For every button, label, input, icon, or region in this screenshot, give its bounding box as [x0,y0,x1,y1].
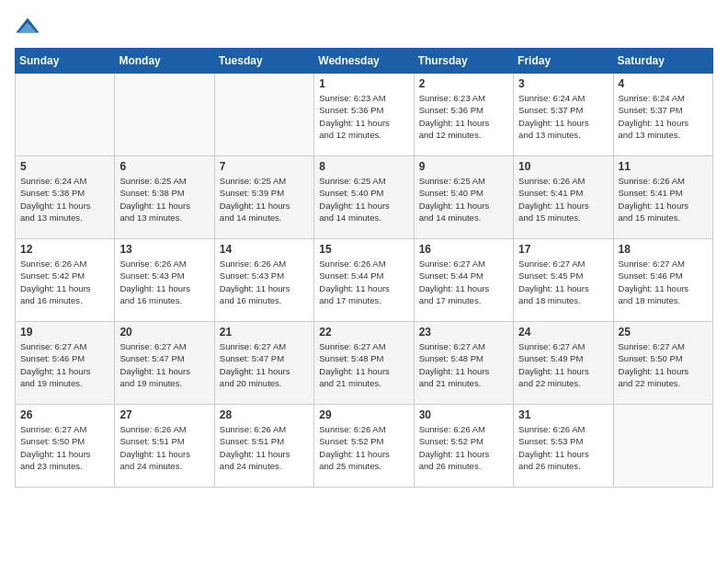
day-info: Sunrise: 6:27 AM Sunset: 5:48 PM Dayligh… [319,340,408,389]
calendar-cell: 9Sunrise: 6:25 AM Sunset: 5:40 PM Daylig… [414,156,513,239]
weekday-header: Friday [514,49,613,74]
calendar-cell: 12Sunrise: 6:26 AM Sunset: 5:42 PM Dayli… [16,239,115,322]
calendar-week-row: 5Sunrise: 6:24 AM Sunset: 5:38 PM Daylig… [16,156,713,239]
calendar-cell: 31Sunrise: 6:26 AM Sunset: 5:53 PM Dayli… [514,405,613,488]
day-info: Sunrise: 6:27 AM Sunset: 5:47 PM Dayligh… [220,340,309,389]
day-info: Sunrise: 6:26 AM Sunset: 5:41 PM Dayligh… [619,175,708,224]
calendar-cell: 23Sunrise: 6:27 AM Sunset: 5:48 PM Dayli… [414,322,513,405]
day-info: Sunrise: 6:27 AM Sunset: 5:44 PM Dayligh… [419,258,508,306]
weekday-header: Tuesday [214,49,313,74]
day-number: 22 [319,326,408,339]
day-info: Sunrise: 6:27 AM Sunset: 5:46 PM Dayligh… [20,340,109,389]
calendar-cell: 10Sunrise: 6:26 AM Sunset: 5:41 PM Dayli… [514,156,613,239]
day-info: Sunrise: 6:23 AM Sunset: 5:36 PM Dayligh… [319,92,408,141]
day-number: 3 [518,77,608,90]
day-number: 28 [220,408,309,421]
calendar-cell: 6Sunrise: 6:25 AM Sunset: 5:38 PM Daylig… [115,156,214,239]
calendar-cell: 4Sunrise: 6:24 AM Sunset: 5:37 PM Daylig… [613,74,712,156]
day-info: Sunrise: 6:26 AM Sunset: 5:44 PM Dayligh… [319,258,408,306]
day-number: 6 [119,160,209,173]
weekday-header: Sunday [16,49,115,74]
day-info: Sunrise: 6:27 AM Sunset: 5:50 PM Dayligh… [619,340,708,389]
calendar-cell: 25Sunrise: 6:27 AM Sunset: 5:50 PM Dayli… [613,322,712,405]
calendar-cell [214,74,313,156]
day-info: Sunrise: 6:27 AM Sunset: 5:47 PM Dayligh… [119,340,209,389]
day-info: Sunrise: 6:25 AM Sunset: 5:40 PM Dayligh… [319,175,408,224]
logo-icon [15,15,40,40]
calendar-cell [613,405,712,488]
day-info: Sunrise: 6:24 AM Sunset: 5:37 PM Dayligh… [619,92,708,141]
day-number: 8 [319,160,408,173]
day-number: 19 [20,326,109,339]
day-number: 15 [319,243,408,256]
calendar-cell: 19Sunrise: 6:27 AM Sunset: 5:46 PM Dayli… [16,322,115,405]
day-number: 20 [119,326,209,339]
calendar-cell: 15Sunrise: 6:26 AM Sunset: 5:44 PM Dayli… [314,239,414,322]
day-info: Sunrise: 6:26 AM Sunset: 5:51 PM Dayligh… [119,423,209,472]
day-info: Sunrise: 6:26 AM Sunset: 5:52 PM Dayligh… [319,423,408,472]
weekday-header: Thursday [414,49,513,74]
day-info: Sunrise: 6:26 AM Sunset: 5:53 PM Dayligh… [518,423,608,472]
day-number: 23 [419,326,508,339]
day-number: 29 [319,408,408,421]
calendar-week-row: 26Sunrise: 6:27 AM Sunset: 5:50 PM Dayli… [16,405,713,488]
calendar-cell [115,74,214,156]
calendar-cell: 30Sunrise: 6:26 AM Sunset: 5:52 PM Dayli… [414,405,513,488]
calendar-cell: 17Sunrise: 6:27 AM Sunset: 5:45 PM Dayli… [514,239,613,322]
day-number: 30 [419,408,508,421]
day-number: 21 [220,326,309,339]
day-info: Sunrise: 6:26 AM Sunset: 5:51 PM Dayligh… [220,423,309,472]
calendar-cell: 28Sunrise: 6:26 AM Sunset: 5:51 PM Dayli… [214,405,313,488]
calendar-cell: 16Sunrise: 6:27 AM Sunset: 5:44 PM Dayli… [414,239,513,322]
day-info: Sunrise: 6:26 AM Sunset: 5:43 PM Dayligh… [220,258,309,306]
day-number: 5 [20,160,109,173]
day-info: Sunrise: 6:25 AM Sunset: 5:40 PM Dayligh… [419,175,508,224]
calendar-cell: 24Sunrise: 6:27 AM Sunset: 5:49 PM Dayli… [514,322,613,405]
page-header [15,15,713,40]
weekday-header: Wednesday [314,49,414,74]
calendar-cell: 5Sunrise: 6:24 AM Sunset: 5:38 PM Daylig… [16,156,115,239]
calendar-cell: 8Sunrise: 6:25 AM Sunset: 5:40 PM Daylig… [314,156,414,239]
day-number: 13 [119,243,209,256]
day-info: Sunrise: 6:27 AM Sunset: 5:46 PM Dayligh… [619,258,708,306]
day-number: 9 [419,160,508,173]
weekday-header-row: SundayMondayTuesdayWednesdayThursdayFrid… [16,49,713,74]
calendar-cell: 22Sunrise: 6:27 AM Sunset: 5:48 PM Dayli… [314,322,414,405]
day-number: 1 [319,77,408,90]
calendar-week-row: 19Sunrise: 6:27 AM Sunset: 5:46 PM Dayli… [16,322,713,405]
calendar-cell: 27Sunrise: 6:26 AM Sunset: 5:51 PM Dayli… [115,405,214,488]
day-number: 11 [619,160,708,173]
day-number: 24 [518,326,608,339]
calendar-cell: 11Sunrise: 6:26 AM Sunset: 5:41 PM Dayli… [613,156,712,239]
calendar-cell: 18Sunrise: 6:27 AM Sunset: 5:46 PM Dayli… [613,239,712,322]
day-info: Sunrise: 6:26 AM Sunset: 5:43 PM Dayligh… [119,258,209,306]
calendar-cell [16,74,115,156]
calendar-cell: 26Sunrise: 6:27 AM Sunset: 5:50 PM Dayli… [16,405,115,488]
day-number: 16 [419,243,508,256]
calendar-cell: 2Sunrise: 6:23 AM Sunset: 5:36 PM Daylig… [414,74,513,156]
day-number: 4 [619,77,708,90]
calendar-cell: 1Sunrise: 6:23 AM Sunset: 5:36 PM Daylig… [314,74,414,156]
day-info: Sunrise: 6:27 AM Sunset: 5:48 PM Dayligh… [419,340,508,389]
day-number: 18 [619,243,708,256]
day-number: 31 [518,408,608,421]
day-info: Sunrise: 6:23 AM Sunset: 5:36 PM Dayligh… [419,92,508,141]
day-info: Sunrise: 6:26 AM Sunset: 5:42 PM Dayligh… [20,258,109,306]
day-info: Sunrise: 6:25 AM Sunset: 5:39 PM Dayligh… [220,175,309,224]
day-number: 25 [619,326,708,339]
calendar-week-row: 12Sunrise: 6:26 AM Sunset: 5:42 PM Dayli… [16,239,713,322]
calendar-cell: 21Sunrise: 6:27 AM Sunset: 5:47 PM Dayli… [214,322,313,405]
calendar-table: SundayMondayTuesdayWednesdayThursdayFrid… [15,48,713,488]
calendar-cell: 13Sunrise: 6:26 AM Sunset: 5:43 PM Dayli… [115,239,214,322]
calendar-week-row: 1Sunrise: 6:23 AM Sunset: 5:36 PM Daylig… [16,74,713,156]
day-number: 26 [20,408,109,421]
weekday-header: Saturday [613,49,712,74]
calendar-cell: 20Sunrise: 6:27 AM Sunset: 5:47 PM Dayli… [115,322,214,405]
day-info: Sunrise: 6:26 AM Sunset: 5:52 PM Dayligh… [419,423,508,472]
day-info: Sunrise: 6:27 AM Sunset: 5:45 PM Dayligh… [518,258,608,306]
day-info: Sunrise: 6:27 AM Sunset: 5:49 PM Dayligh… [518,340,608,389]
day-info: Sunrise: 6:24 AM Sunset: 5:37 PM Dayligh… [518,92,608,141]
calendar-cell: 29Sunrise: 6:26 AM Sunset: 5:52 PM Dayli… [314,405,414,488]
calendar-cell: 14Sunrise: 6:26 AM Sunset: 5:43 PM Dayli… [214,239,313,322]
day-number: 17 [518,243,608,256]
